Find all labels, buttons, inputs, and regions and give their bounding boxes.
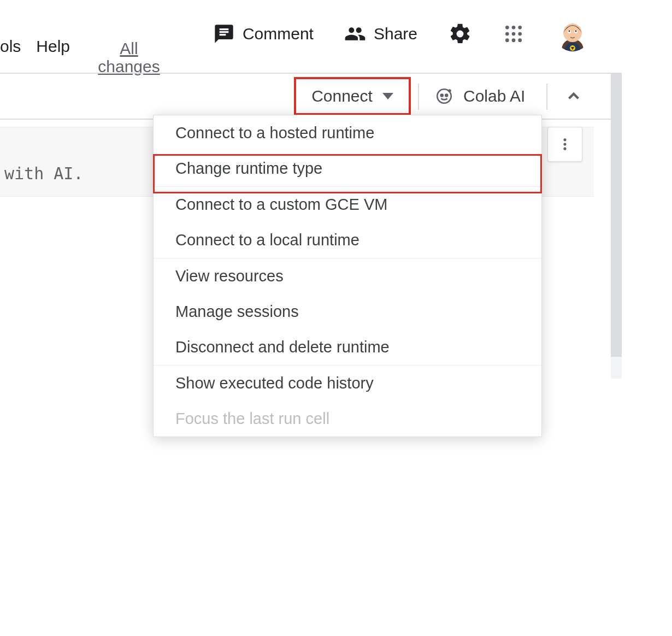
svg-point-13	[575, 31, 577, 32]
colab-ai-label: Colab AI	[463, 87, 525, 105]
svg-point-6	[505, 38, 509, 42]
top-actions: Comment Share	[213, 16, 590, 51]
svg-point-18	[448, 89, 451, 92]
svg-point-1	[512, 26, 516, 30]
spark-icon	[435, 87, 453, 105]
menu-connect-local[interactable]: Connect to a local runtime	[154, 222, 541, 258]
menu-manage-sessions[interactable]: Manage sessions	[154, 294, 541, 329]
svg-point-20	[563, 143, 566, 145]
cell-more-button[interactable]	[547, 127, 582, 162]
svg-point-9	[563, 23, 582, 42]
connect-bar: Connect Colab AI	[0, 73, 622, 120]
svg-point-21	[563, 148, 566, 150]
connect-dropdown: Connect to a hosted runtime Change runti…	[153, 115, 542, 437]
comment-label: Comment	[243, 25, 314, 43]
svg-point-17	[445, 95, 447, 97]
menu-bar: ols Help	[0, 37, 70, 56]
connect-button[interactable]: Connect	[294, 77, 411, 115]
people-icon	[344, 23, 366, 45]
svg-point-3	[505, 32, 509, 36]
all-changes-link[interactable]: Allchanges	[96, 39, 162, 75]
chevron-down-icon	[382, 93, 393, 99]
svg-point-16	[441, 95, 443, 97]
menu-view-resources[interactable]: View resources	[154, 258, 541, 294]
svg-point-11	[569, 31, 570, 32]
gear-icon[interactable]	[448, 22, 472, 46]
avatar[interactable]	[555, 16, 590, 51]
svg-point-7	[512, 38, 516, 42]
svg-point-0	[505, 26, 509, 30]
menu-code-history[interactable]: Show executed code history	[154, 366, 541, 401]
apps-icon[interactable]	[503, 23, 524, 45]
menu-disconnect-delete[interactable]: Disconnect and delete runtime	[154, 329, 541, 365]
svg-point-2	[518, 26, 522, 30]
collapse-button[interactable]	[557, 73, 590, 120]
share-button[interactable]: Share	[344, 23, 417, 45]
colab-ai-button[interactable]: Colab AI	[435, 73, 525, 120]
menu-connect-hosted[interactable]: Connect to a hosted runtime	[154, 115, 541, 151]
comment-icon	[213, 23, 235, 45]
chevron-up-icon	[564, 87, 583, 105]
more-vert-icon	[557, 137, 573, 152]
svg-point-4	[512, 32, 516, 36]
connect-label: Connect	[311, 87, 373, 105]
svg-point-8	[518, 38, 522, 42]
menu-connect-custom-gce[interactable]: Connect to a custom GCE VM	[154, 187, 541, 222]
menu-change-runtime-type[interactable]: Change runtime type	[154, 151, 541, 186]
comment-button[interactable]: Comment	[213, 23, 314, 45]
scrollbar-thumb[interactable]	[611, 73, 622, 357]
menu-help[interactable]: Help	[36, 37, 70, 56]
svg-point-19	[563, 138, 566, 141]
menu-focus-last-cell: Focus the last run cell	[154, 401, 541, 437]
share-label: Share	[374, 25, 417, 43]
divider	[418, 84, 419, 110]
svg-point-5	[518, 32, 522, 36]
menu-tools[interactable]: ols	[0, 37, 21, 56]
cell-placeholder-text: with AI.	[4, 164, 84, 183]
divider	[546, 84, 547, 110]
